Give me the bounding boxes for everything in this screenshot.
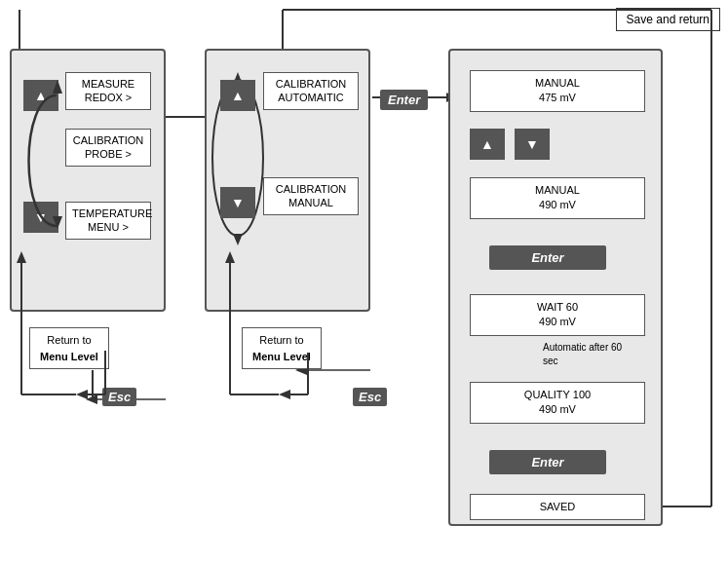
edit1-item-calibration-manual[interactable]: CALIBRATION MANUAL <box>263 177 359 215</box>
menu-item-temperature[interactable]: TEMPERATURE MENU > <box>65 202 151 240</box>
svg-marker-30 <box>279 390 290 399</box>
return-menu-label-2: Return toMenu Level <box>242 327 322 369</box>
menu-item-measure-redox[interactable]: MEASURE REDOX > <box>65 72 151 110</box>
return-menu-label-1: Return toMenu Level <box>29 327 109 369</box>
svg-marker-27 <box>233 234 243 245</box>
svg-marker-7 <box>86 394 97 404</box>
el2-enter-2[interactable]: Enter <box>489 450 606 474</box>
el2-item-manual-475[interactable]: MANUAL 475 mV <box>470 70 645 112</box>
auto-note: Automatic after 60 sec <box>543 341 679 368</box>
menu-up-arrow[interactable]: ▲ <box>23 80 58 111</box>
el2-item-saved: SAVED <box>470 494 645 520</box>
edit1-down-arrow[interactable]: ▼ <box>220 187 255 218</box>
edit-level-2-box: MANUAL 475 mV ▲ ▼ MANUAL 490 mV Enter WA… <box>448 49 663 526</box>
edit1-up-arrow[interactable]: ▲ <box>220 80 255 111</box>
esc-label-2: Esc <box>353 388 387 406</box>
el2-item-wait-490[interactable]: WAIT 60 490 mV <box>470 294 645 336</box>
edit-level-1-box: ▲ CALIBRATION AUTOMAITIC ▼ CALIBRATION M… <box>205 49 370 312</box>
save-return-button[interactable]: Save and return <box>616 8 720 31</box>
svg-marker-21 <box>76 390 88 399</box>
el2-down-arrow-1[interactable]: ▼ <box>515 129 550 160</box>
menu-item-calibration-probe[interactable]: CALIBRATION PROBE > <box>65 129 151 167</box>
esc-label-1: Esc <box>102 388 136 406</box>
el2-item-manual-490[interactable]: MANUAL 490 mV <box>470 177 645 219</box>
menu-level-box: ▲ MEASURE REDOX > CALIBRATION PROBE > ▼ … <box>10 49 166 312</box>
el2-enter-1[interactable]: Enter <box>489 245 606 270</box>
el2-item-quality-490[interactable]: QUALITY 100 490 mV <box>470 382 645 424</box>
el2-arrows-1: ▲ ▼ <box>470 129 550 160</box>
enter-label-1: Enter <box>380 90 428 110</box>
menu-down-arrow[interactable]: ▼ <box>23 202 58 233</box>
edit1-item-calibration-auto[interactable]: CALIBRATION AUTOMAITIC <box>263 72 359 110</box>
el2-up-arrow-1[interactable]: ▲ <box>470 129 505 160</box>
